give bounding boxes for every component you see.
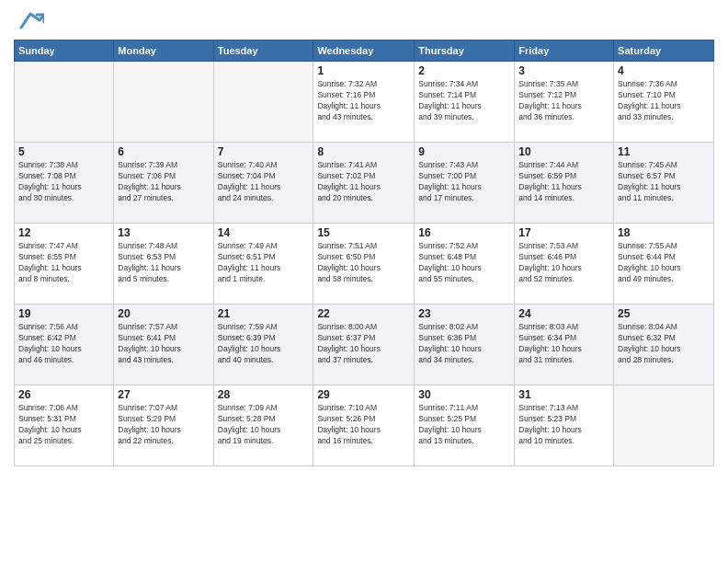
calendar-cell: 9Sunrise: 7:43 AMSunset: 7:00 PMDaylight… bbox=[415, 143, 515, 224]
day-number: 20 bbox=[118, 307, 209, 320]
calendar-week-row: 26Sunrise: 7:06 AMSunset: 5:31 PMDayligh… bbox=[15, 385, 714, 466]
day-info: Sunrise: 7:11 AMSunset: 5:25 PMDaylight:… bbox=[418, 403, 510, 447]
calendar-cell: 18Sunrise: 7:55 AMSunset: 6:44 PMDayligh… bbox=[614, 224, 714, 304]
day-info: Sunrise: 7:44 AMSunset: 6:59 PMDaylight:… bbox=[518, 160, 609, 204]
day-number: 1 bbox=[317, 64, 410, 77]
calendar-cell: 17Sunrise: 7:53 AMSunset: 6:46 PMDayligh… bbox=[515, 224, 614, 304]
calendar-cell: 24Sunrise: 8:03 AMSunset: 6:34 PMDayligh… bbox=[515, 304, 614, 385]
day-info: Sunrise: 7:52 AMSunset: 6:48 PMDaylight:… bbox=[418, 241, 510, 285]
calendar-cell: 14Sunrise: 7:49 AMSunset: 6:51 PMDayligh… bbox=[213, 224, 313, 304]
day-number: 7 bbox=[218, 145, 310, 158]
day-info: Sunrise: 7:36 AMSunset: 7:10 PMDaylight:… bbox=[618, 79, 710, 123]
calendar-cell: 16Sunrise: 7:52 AMSunset: 6:48 PMDayligh… bbox=[415, 224, 515, 304]
calendar-cell bbox=[114, 62, 213, 143]
day-number: 26 bbox=[18, 388, 109, 401]
day-number: 27 bbox=[118, 388, 209, 401]
calendar-week-row: 19Sunrise: 7:56 AMSunset: 6:42 PMDayligh… bbox=[15, 304, 714, 385]
day-info: Sunrise: 8:04 AMSunset: 6:32 PMDaylight:… bbox=[618, 322, 710, 366]
calendar-cell bbox=[213, 62, 313, 143]
weekday-header: Friday bbox=[515, 40, 614, 62]
day-info: Sunrise: 7:35 AMSunset: 7:12 PMDaylight:… bbox=[518, 79, 609, 123]
day-info: Sunrise: 7:49 AMSunset: 6:51 PMDaylight:… bbox=[218, 241, 310, 285]
logo-icon bbox=[17, 9, 44, 32]
calendar-cell: 20Sunrise: 7:57 AMSunset: 6:41 PMDayligh… bbox=[114, 304, 213, 385]
day-info: Sunrise: 8:02 AMSunset: 6:36 PMDaylight:… bbox=[418, 322, 510, 366]
header bbox=[14, 9, 714, 32]
calendar-cell: 1Sunrise: 7:32 AMSunset: 7:16 PMDaylight… bbox=[313, 62, 415, 143]
day-number: 3 bbox=[518, 64, 609, 77]
day-info: Sunrise: 7:59 AMSunset: 6:39 PMDaylight:… bbox=[218, 322, 310, 366]
calendar-cell: 15Sunrise: 7:51 AMSunset: 6:50 PMDayligh… bbox=[313, 224, 415, 304]
day-number: 10 bbox=[518, 145, 609, 158]
day-number: 14 bbox=[218, 226, 310, 239]
day-info: Sunrise: 7:57 AMSunset: 6:41 PMDaylight:… bbox=[118, 322, 209, 366]
day-number: 6 bbox=[118, 145, 209, 158]
day-info: Sunrise: 7:10 AMSunset: 5:26 PMDaylight:… bbox=[317, 403, 410, 447]
day-number: 8 bbox=[317, 145, 410, 158]
calendar-cell bbox=[614, 385, 714, 466]
calendar-cell: 25Sunrise: 8:04 AMSunset: 6:32 PMDayligh… bbox=[614, 304, 714, 385]
weekday-header: Monday bbox=[114, 40, 213, 62]
calendar-cell: 11Sunrise: 7:45 AMSunset: 6:57 PMDayligh… bbox=[614, 143, 714, 224]
calendar-cell: 12Sunrise: 7:47 AMSunset: 6:55 PMDayligh… bbox=[15, 224, 114, 304]
day-number: 4 bbox=[618, 64, 710, 77]
day-number: 25 bbox=[618, 307, 710, 320]
day-info: Sunrise: 7:06 AMSunset: 5:31 PMDaylight:… bbox=[18, 403, 109, 447]
day-number: 2 bbox=[418, 64, 510, 77]
day-info: Sunrise: 7:51 AMSunset: 6:50 PMDaylight:… bbox=[317, 241, 410, 285]
day-info: Sunrise: 7:41 AMSunset: 7:02 PMDaylight:… bbox=[317, 160, 410, 204]
calendar-week-row: 5Sunrise: 7:38 AMSunset: 7:08 PMDaylight… bbox=[15, 143, 714, 224]
day-info: Sunrise: 7:13 AMSunset: 5:23 PMDaylight:… bbox=[518, 403, 609, 447]
calendar-cell: 7Sunrise: 7:40 AMSunset: 7:04 PMDaylight… bbox=[213, 143, 313, 224]
calendar-cell: 19Sunrise: 7:56 AMSunset: 6:42 PMDayligh… bbox=[15, 304, 114, 385]
day-number: 12 bbox=[18, 226, 109, 239]
calendar-cell: 6Sunrise: 7:39 AMSunset: 7:06 PMDaylight… bbox=[114, 143, 213, 224]
day-info: Sunrise: 7:34 AMSunset: 7:14 PMDaylight:… bbox=[418, 79, 510, 123]
calendar-cell bbox=[15, 62, 114, 143]
day-number: 11 bbox=[618, 145, 710, 158]
day-info: Sunrise: 7:39 AMSunset: 7:06 PMDaylight:… bbox=[118, 160, 209, 204]
day-number: 23 bbox=[418, 307, 510, 320]
calendar-cell: 30Sunrise: 7:11 AMSunset: 5:25 PMDayligh… bbox=[415, 385, 515, 466]
day-number: 15 bbox=[317, 226, 410, 239]
weekday-header: Thursday bbox=[415, 40, 515, 62]
day-info: Sunrise: 7:07 AMSunset: 5:29 PMDaylight:… bbox=[118, 403, 209, 447]
day-info: Sunrise: 8:03 AMSunset: 6:34 PMDaylight:… bbox=[518, 322, 609, 366]
day-number: 30 bbox=[418, 388, 510, 401]
day-info: Sunrise: 8:00 AMSunset: 6:37 PMDaylight:… bbox=[317, 322, 410, 366]
day-number: 18 bbox=[618, 226, 710, 239]
day-number: 31 bbox=[518, 388, 609, 401]
day-info: Sunrise: 7:38 AMSunset: 7:08 PMDaylight:… bbox=[18, 160, 109, 204]
calendar-cell: 27Sunrise: 7:07 AMSunset: 5:29 PMDayligh… bbox=[114, 385, 213, 466]
day-number: 5 bbox=[18, 145, 109, 158]
calendar-cell: 2Sunrise: 7:34 AMSunset: 7:14 PMDaylight… bbox=[415, 62, 515, 143]
day-number: 19 bbox=[18, 307, 109, 320]
day-info: Sunrise: 7:47 AMSunset: 6:55 PMDaylight:… bbox=[18, 241, 109, 285]
calendar-week-row: 1Sunrise: 7:32 AMSunset: 7:16 PMDaylight… bbox=[15, 62, 714, 143]
day-number: 28 bbox=[218, 388, 310, 401]
day-number: 24 bbox=[518, 307, 609, 320]
day-number: 22 bbox=[317, 307, 410, 320]
day-info: Sunrise: 7:55 AMSunset: 6:44 PMDaylight:… bbox=[618, 241, 710, 285]
calendar-cell: 26Sunrise: 7:06 AMSunset: 5:31 PMDayligh… bbox=[15, 385, 114, 466]
day-info: Sunrise: 7:43 AMSunset: 7:00 PMDaylight:… bbox=[418, 160, 510, 204]
calendar-cell: 4Sunrise: 7:36 AMSunset: 7:10 PMDaylight… bbox=[614, 62, 714, 143]
day-number: 9 bbox=[418, 145, 510, 158]
weekday-header: Wednesday bbox=[313, 40, 415, 62]
calendar-cell: 10Sunrise: 7:44 AMSunset: 6:59 PMDayligh… bbox=[515, 143, 614, 224]
calendar-cell: 5Sunrise: 7:38 AMSunset: 7:08 PMDaylight… bbox=[15, 143, 114, 224]
calendar-cell: 22Sunrise: 8:00 AMSunset: 6:37 PMDayligh… bbox=[313, 304, 415, 385]
weekday-header: Tuesday bbox=[213, 40, 313, 62]
day-info: Sunrise: 7:53 AMSunset: 6:46 PMDaylight:… bbox=[518, 241, 609, 285]
day-info: Sunrise: 7:09 AMSunset: 5:28 PMDaylight:… bbox=[218, 403, 310, 447]
day-info: Sunrise: 7:32 AMSunset: 7:16 PMDaylight:… bbox=[317, 79, 410, 123]
calendar-cell: 31Sunrise: 7:13 AMSunset: 5:23 PMDayligh… bbox=[515, 385, 614, 466]
day-info: Sunrise: 7:48 AMSunset: 6:53 PMDaylight:… bbox=[118, 241, 209, 285]
day-number: 29 bbox=[317, 388, 410, 401]
calendar-cell: 8Sunrise: 7:41 AMSunset: 7:02 PMDaylight… bbox=[313, 143, 415, 224]
calendar-cell: 13Sunrise: 7:48 AMSunset: 6:53 PMDayligh… bbox=[114, 224, 213, 304]
calendar-cell: 29Sunrise: 7:10 AMSunset: 5:26 PMDayligh… bbox=[313, 385, 415, 466]
weekday-header: Saturday bbox=[614, 40, 714, 62]
page-container: SundayMondayTuesdayWednesdayThursdayFrid… bbox=[0, 0, 728, 563]
calendar-cell: 28Sunrise: 7:09 AMSunset: 5:28 PMDayligh… bbox=[213, 385, 313, 466]
